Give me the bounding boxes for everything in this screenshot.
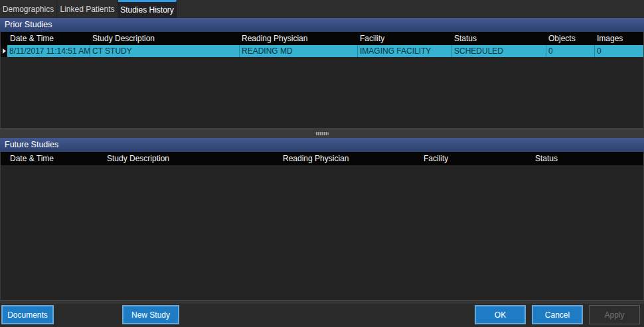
tab-bar: Demographics Linked Patients Studies His… [0,0,644,18]
splitter-grip-icon [315,132,329,135]
future-studies-column-headers: Date & Time Study Description Reading Ph… [1,152,643,165]
grid-splitter[interactable] [0,129,644,138]
column-header-objects[interactable]: Objects [546,34,594,43]
prior-studies-column-headers: Date & Time Study Description Reading Ph… [1,32,643,45]
tab-label: Demographics [3,5,54,14]
column-header-status[interactable]: Status [451,34,546,43]
new-study-button[interactable]: New Study [122,305,179,324]
column-header-status[interactable]: Status [532,154,643,163]
column-header-date-time[interactable]: Date & Time [7,34,90,43]
cell-objects: 0 [546,45,594,57]
tab-demographics[interactable]: Demographics [0,0,57,18]
apply-button: Apply [589,305,640,324]
future-studies-empty-area [1,165,643,300]
patient-studies-window: Demographics Linked Patients Studies His… [0,0,644,327]
future-studies-group-header: Future Studies [0,138,644,152]
current-row-arrow-icon [3,48,6,54]
column-header-reading-physician[interactable]: Reading Physician [239,34,357,43]
tab-studies-history[interactable]: Studies History [118,0,177,18]
cell-reading-physician: READING MD [239,45,357,57]
cell-study-description: CT STUDY [90,45,239,57]
column-header-images[interactable]: Images [594,34,643,43]
documents-button[interactable]: Documents [1,305,54,324]
future-studies-title: Future Studies [5,140,58,149]
tab-label: Linked Patients [60,5,114,14]
cell-facility: IMAGING FACILITY [357,45,451,57]
cancel-button[interactable]: Cancel [532,305,583,324]
ok-button[interactable]: OK [475,305,526,324]
prior-studies-title: Prior Studies [5,20,52,29]
prior-studies-empty-area [1,57,643,128]
cell-images: 0 [594,45,643,57]
prior-studies-grid: Date & Time Study Description Reading Ph… [0,32,644,129]
cell-status: SCHEDULED [451,45,546,57]
prior-study-row[interactable]: 8/11/2017 11:14:51 AM CT STUDY READING M… [1,45,643,57]
column-header-study-description[interactable]: Study Description [90,34,239,43]
column-header-reading-physician[interactable]: Reading Physician [280,154,421,163]
tab-label: Studies History [120,5,174,15]
column-header-date-time[interactable]: Date & Time [7,154,104,163]
prior-studies-group-header: Prior Studies [0,18,644,32]
column-header-facility[interactable]: Facility [421,154,532,163]
row-selector-cell [1,45,7,57]
button-bar: Documents New Study OK Cancel Apply [0,304,644,327]
column-header-study-description[interactable]: Study Description [104,154,280,163]
future-studies-grid: Date & Time Study Description Reading Ph… [0,152,644,300]
column-header-facility[interactable]: Facility [357,34,451,43]
tab-linked-patients[interactable]: Linked Patients [57,0,118,18]
cell-date-time: 8/11/2017 11:14:51 AM [7,45,90,57]
